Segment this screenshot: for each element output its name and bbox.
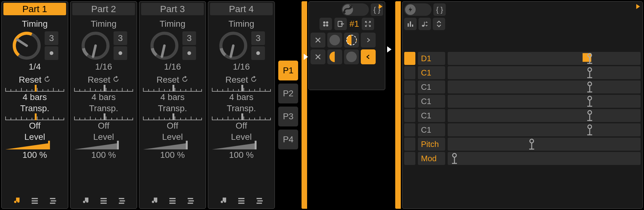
lane-label[interactable]: C1 xyxy=(418,66,445,79)
next-button[interactable] xyxy=(361,33,376,48)
slot-1[interactable] xyxy=(327,33,342,48)
timing-knob[interactable] xyxy=(11,30,42,61)
import-button[interactable] xyxy=(334,18,347,30)
slot-2-selected[interactable] xyxy=(344,33,359,48)
part-header[interactable]: Part 2 xyxy=(72,3,135,15)
slot-3[interactable] xyxy=(327,49,342,64)
timing-dotted-toggle[interactable] xyxy=(251,46,265,60)
bars-slider[interactable] xyxy=(143,86,202,92)
lane-value-handle[interactable] xyxy=(451,153,458,164)
note-icon[interactable] xyxy=(150,196,159,205)
lane-label[interactable]: C1 xyxy=(418,80,445,94)
steps-icon[interactable] xyxy=(48,196,58,205)
level-slider[interactable] xyxy=(5,144,64,149)
lane-value-handle[interactable] xyxy=(587,81,593,93)
slot-4[interactable] xyxy=(344,49,359,64)
bars-slider[interactable] xyxy=(212,86,271,92)
steps-icon[interactable] xyxy=(117,196,127,205)
svg-rect-28 xyxy=(189,200,194,202)
timing-numerator[interactable]: 3 xyxy=(114,31,127,45)
lane-track[interactable] xyxy=(448,138,641,151)
lane-select-handle[interactable] xyxy=(404,152,415,165)
reset-icon[interactable] xyxy=(112,75,120,83)
lane-label[interactable]: C1 xyxy=(418,109,445,122)
lane-value-handle[interactable] xyxy=(587,67,593,78)
transpose-slider[interactable] xyxy=(143,115,202,120)
lane-track[interactable] xyxy=(448,66,641,79)
ptab-P4[interactable]: P4 xyxy=(278,130,298,149)
lane-label[interactable]: Mod xyxy=(418,152,445,165)
ptab-P3[interactable]: P3 xyxy=(278,107,298,126)
lane-track[interactable] xyxy=(448,109,641,122)
transpose-slider[interactable] xyxy=(212,115,271,120)
braces-button-2[interactable]: { } xyxy=(433,3,446,16)
steps-icon[interactable] xyxy=(186,196,195,205)
group-icon-button[interactable] xyxy=(320,18,332,30)
transpose-slider[interactable] xyxy=(5,115,64,120)
bars-slider[interactable] xyxy=(74,86,133,92)
list-icon[interactable] xyxy=(99,196,108,205)
timing-numerator[interactable]: 3 xyxy=(182,31,196,45)
timing-knob[interactable] xyxy=(218,30,249,61)
reset-icon[interactable] xyxy=(43,75,51,83)
list-icon[interactable] xyxy=(237,196,246,205)
lane-track[interactable] xyxy=(448,80,641,94)
lane-track[interactable] xyxy=(448,123,641,136)
lane-select-handle[interactable] xyxy=(404,80,415,94)
level-slider[interactable] xyxy=(74,144,133,149)
timing-knob[interactable] xyxy=(149,30,180,61)
note-icon[interactable] xyxy=(218,196,228,205)
timing-dotted-toggle[interactable] xyxy=(114,46,127,60)
bars-slider[interactable] xyxy=(5,86,64,92)
delete-button[interactable] xyxy=(311,33,325,48)
delete-button-2[interactable] xyxy=(311,49,325,64)
note-updown-button[interactable] xyxy=(418,18,431,30)
view-bars-button[interactable] xyxy=(404,18,417,30)
expand-button[interactable] xyxy=(362,18,374,30)
lane-track[interactable] xyxy=(448,152,641,165)
note-icon[interactable] xyxy=(81,196,90,205)
steps-icon[interactable] xyxy=(255,196,264,205)
part-header[interactable]: Part 1 xyxy=(3,3,66,15)
note-icon[interactable] xyxy=(12,196,21,205)
timing-numerator[interactable]: 3 xyxy=(251,31,265,45)
reset-icon[interactable] xyxy=(181,75,189,83)
list-icon[interactable] xyxy=(168,196,177,205)
lane-value-handle[interactable] xyxy=(587,53,593,64)
part-header[interactable]: Part 3 xyxy=(141,3,204,15)
mode-toggle-2[interactable] xyxy=(404,3,432,16)
list-icon[interactable] xyxy=(30,196,39,205)
lane-label[interactable]: C1 xyxy=(418,95,445,108)
mode-toggle[interactable] xyxy=(342,3,369,16)
expand-arrow-icon[interactable] xyxy=(379,4,382,9)
timing-numerator[interactable]: 3 xyxy=(45,31,58,45)
transpose-slider[interactable] xyxy=(74,115,133,120)
part-header[interactable]: Part 4 xyxy=(210,3,273,15)
lane-select-handle[interactable] xyxy=(404,123,415,136)
lane-select-handle[interactable] xyxy=(404,138,415,151)
lane-select-handle[interactable] xyxy=(404,95,415,108)
level-slider[interactable] xyxy=(212,144,271,149)
lane-value-handle[interactable] xyxy=(529,139,535,150)
ptab-P2[interactable]: P2 xyxy=(278,84,298,103)
lane-label[interactable]: D1 xyxy=(418,52,445,65)
lane-value-handle[interactable] xyxy=(587,96,593,107)
lane-label[interactable]: Pitch xyxy=(418,138,445,151)
reset-icon[interactable] xyxy=(250,75,257,83)
lane-track[interactable] xyxy=(448,95,641,108)
lane-track[interactable] xyxy=(448,52,641,65)
lane-select-handle[interactable] xyxy=(404,109,415,122)
lane-select-handle[interactable] xyxy=(404,66,415,79)
level-slider[interactable] xyxy=(143,144,202,149)
prev-button[interactable] xyxy=(361,49,376,64)
timing-knob[interactable] xyxy=(80,30,111,61)
expand-arrow-icon-2[interactable] xyxy=(636,4,640,9)
ptab-P1[interactable]: P1 xyxy=(278,61,298,80)
timing-dotted-toggle[interactable] xyxy=(45,46,58,60)
expand-collapse-button[interactable] xyxy=(433,18,445,30)
lane-label[interactable]: C1 xyxy=(418,123,445,136)
lane-value-handle[interactable] xyxy=(587,110,593,121)
timing-dotted-toggle[interactable] xyxy=(182,46,196,60)
lane-value-handle[interactable] xyxy=(587,124,593,135)
lane-select-handle[interactable] xyxy=(404,52,415,65)
